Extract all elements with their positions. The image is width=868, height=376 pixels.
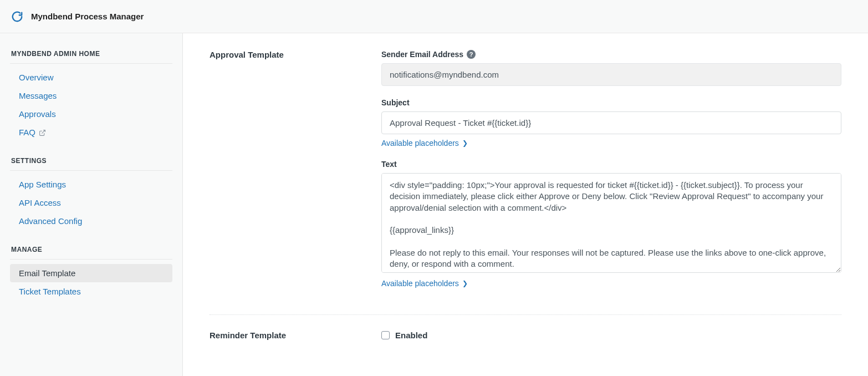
sidebar-item-label: FAQ (19, 128, 35, 137)
svg-line-0 (42, 130, 45, 134)
sidebar-divider (10, 259, 172, 260)
sidebar-item-label: Overview (19, 73, 54, 82)
link-text: Available placeholders (381, 279, 459, 288)
chevron-right-icon: ❯ (462, 139, 468, 147)
sidebar-item-label: App Settings (19, 180, 66, 189)
sidebar-item-label: Approvals (19, 109, 56, 119)
sidebar-item-label: Email Template (19, 268, 75, 278)
section-approval-template: Approval Template Sender Email Address ?… (210, 50, 841, 303)
sidebar-heading-admin-home: MYNDBEND ADMIN HOME (11, 50, 172, 58)
subject-input[interactable] (381, 111, 841, 134)
sidebar-item-faq[interactable]: FAQ (10, 123, 172, 141)
sidebar-divider (10, 170, 172, 171)
sidebar-item-overview[interactable]: Overview (10, 68, 172, 87)
checkbox-label: Enabled (395, 331, 427, 340)
sidebar-item-advanced-config[interactable]: Advanced Config (10, 212, 172, 230)
email-body-textarea[interactable] (381, 173, 841, 273)
enabled-checkbox[interactable] (381, 331, 390, 339)
sidebar-item-email-template[interactable]: Email Template (10, 264, 172, 282)
section-title: Reminder Template (210, 331, 381, 340)
label-subject: Subject (381, 98, 841, 107)
external-link-icon (39, 129, 46, 136)
sidebar-item-api-access[interactable]: API Access (10, 194, 172, 212)
topbar: Myndbend Process Manager (0, 0, 868, 33)
sidebar-item-label: Ticket Templates (19, 287, 81, 296)
sidebar-heading-settings: SETTINGS (11, 157, 172, 165)
sidebar-item-label: Advanced Config (19, 216, 82, 226)
sidebar-item-label: Messages (19, 91, 57, 100)
sender-email-input[interactable] (381, 63, 841, 86)
available-placeholders-link[interactable]: Available placeholders ❯ (381, 279, 468, 288)
sidebar: MYNDBEND ADMIN HOME Overview Messages Ap… (0, 33, 183, 376)
sidebar-item-messages[interactable]: Messages (10, 87, 172, 105)
link-text: Available placeholders (381, 139, 459, 148)
sidebar-heading-manage: MANAGE (11, 246, 172, 253)
field-label-text: Sender Email Address (381, 50, 463, 59)
main-content: Approval Template Sender Email Address ?… (183, 33, 868, 376)
label-text: Text (381, 160, 841, 169)
sidebar-item-ticket-templates[interactable]: Ticket Templates (10, 282, 172, 301)
available-placeholders-link[interactable]: Available placeholders ❯ (381, 139, 468, 148)
enabled-checkbox-row[interactable]: Enabled (381, 331, 841, 340)
sidebar-item-approvals[interactable]: Approvals (10, 105, 172, 123)
section-title: Approval Template (210, 50, 381, 288)
sidebar-item-app-settings[interactable]: App Settings (10, 175, 172, 194)
app-logo-icon (11, 11, 23, 23)
label-sender-email: Sender Email Address ? (381, 50, 841, 59)
sidebar-item-label: API Access (19, 198, 61, 207)
section-reminder-template: Reminder Template Enabled (210, 314, 841, 355)
sidebar-divider (10, 63, 172, 64)
chevron-right-icon: ❯ (462, 280, 468, 287)
app-title: Myndbend Process Manager (31, 12, 144, 21)
help-icon[interactable]: ? (467, 50, 476, 59)
